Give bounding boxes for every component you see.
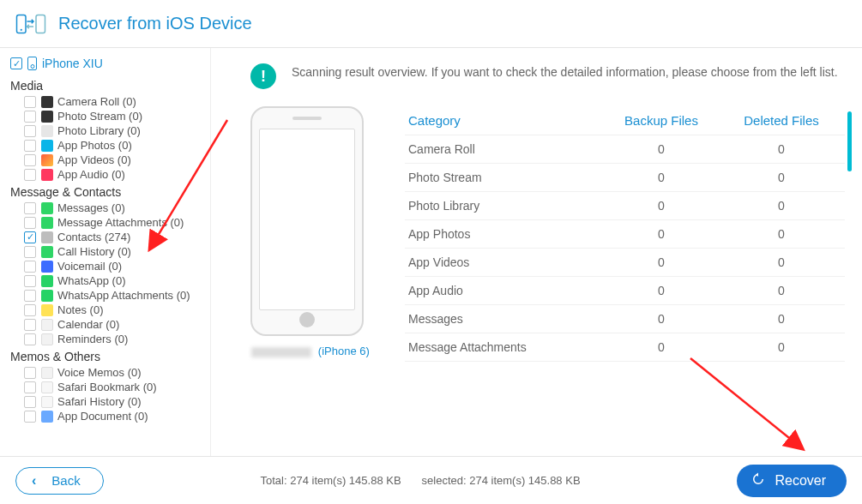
sidebar-item-notes[interactable]: Notes (0)	[10, 303, 205, 317]
col-category: Category	[408, 113, 601, 128]
item-checkbox[interactable]	[24, 367, 36, 379]
item-checkbox[interactable]	[24, 202, 36, 214]
item-checkbox[interactable]	[24, 261, 36, 273]
contacts-icon	[41, 231, 53, 243]
sidebar-item-appdoc[interactable]: App Document (0)	[10, 409, 205, 423]
cell: Photo Library	[408, 199, 601, 213]
cell: App Audio	[408, 284, 601, 297]
item-label: App Document (0)	[57, 410, 148, 423]
appphotos-icon	[41, 140, 53, 152]
item-label: WhatsApp (0)	[57, 274, 125, 287]
appdoc-icon	[41, 411, 53, 423]
camera-icon	[41, 96, 53, 108]
sidebar-item-appphotos[interactable]: App Photos (0)	[10, 138, 205, 153]
item-checkbox[interactable]	[24, 125, 36, 137]
item-checkbox[interactable]	[24, 111, 36, 123]
item-label: Reminders (0)	[57, 333, 128, 345]
item-checkbox[interactable]	[24, 290, 36, 302]
cell: 0	[601, 171, 721, 184]
phone-icon	[27, 57, 37, 70]
photostream-icon	[41, 111, 53, 123]
callhist-icon	[41, 246, 53, 258]
table-row[interactable]: Camera Roll00	[405, 135, 845, 164]
sidebar-item-voicemail[interactable]: Voicemail (0)	[10, 259, 205, 273]
sidebar-item-photolib[interactable]: Photo Library (0)	[10, 123, 205, 138]
table-row[interactable]: Photo Library00	[405, 192, 845, 220]
item-label: Contacts (274)	[57, 231, 130, 243]
item-label: Message Attachments (0)	[57, 216, 184, 229]
cell: Message Attachments	[408, 340, 601, 354]
sidebar-item-sbookmark[interactable]: Safari Bookmark (0)	[10, 380, 205, 394]
item-checkbox[interactable]	[24, 217, 36, 229]
table-row[interactable]: App Photos00	[405, 220, 845, 249]
section-title: Media	[10, 79, 205, 93]
main-area: iPhone XIU MediaCamera Roll (0)Photo Str…	[0, 48, 862, 456]
sidebar-item-camera[interactable]: Camera Roll (0)	[10, 94, 205, 109]
cell: 0	[721, 171, 841, 184]
cell: 0	[601, 227, 721, 241]
item-label: Call History (0)	[57, 245, 131, 258]
sidebar-item-msgattach[interactable]: Message Attachments (0)	[10, 215, 205, 230]
item-checkbox[interactable]	[24, 319, 36, 331]
sidebar-item-callhist[interactable]: Call History (0)	[10, 244, 205, 259]
item-label: WhatsApp Attachments (0)	[57, 289, 190, 302]
scrollbar-thumb[interactable]	[847, 111, 852, 171]
item-checkbox[interactable]	[24, 411, 36, 423]
item-label: Photo Library (0)	[57, 124, 141, 137]
item-label: Voicemail (0)	[57, 260, 122, 273]
sidebar-item-appvideos[interactable]: App Videos (0)	[10, 153, 205, 167]
shistory-icon	[41, 396, 53, 408]
cell: 0	[721, 255, 841, 269]
item-checkbox[interactable]	[24, 154, 36, 166]
refresh-icon	[750, 471, 766, 490]
app-header: Recover from iOS Device	[0, 0, 862, 48]
sidebar-item-messages[interactable]: Messages (0)	[10, 201, 205, 215]
phone-label: (iPhone 6)	[250, 345, 371, 357]
table-row[interactable]: App Audio00	[405, 277, 845, 305]
appaudio-icon	[41, 169, 53, 181]
notes-icon	[41, 304, 53, 316]
item-checkbox[interactable]	[24, 396, 36, 408]
sidebar-item-photostream[interactable]: Photo Stream (0)	[10, 109, 205, 123]
item-checkbox[interactable]	[24, 275, 36, 287]
sidebar-item-shistory[interactable]: Safari History (0)	[10, 394, 205, 409]
item-checkbox[interactable]	[24, 231, 36, 243]
table-header: Category Backup Files Deleted Files	[405, 106, 845, 135]
overview-row: ! Scanning result overview. If you want …	[250, 63, 845, 89]
item-label: Calendar (0)	[57, 318, 119, 331]
phone-name-blur	[251, 347, 311, 357]
item-checkbox[interactable]	[24, 304, 36, 316]
cell: Messages	[408, 312, 601, 326]
back-button[interactable]: ‹ Back	[15, 467, 104, 495]
item-checkbox[interactable]	[24, 96, 36, 108]
device-row[interactable]: iPhone XIU	[10, 55, 205, 75]
messages-icon	[41, 202, 53, 214]
cell: App Videos	[408, 255, 601, 269]
device-checkbox[interactable]	[10, 57, 22, 69]
sidebar-item-contacts[interactable]: Contacts (274)	[10, 230, 205, 244]
sidebar-item-calendar[interactable]: Calendar (0)	[10, 317, 205, 332]
item-label: Camera Roll (0)	[57, 95, 136, 108]
sidebar-item-appaudio[interactable]: App Audio (0)	[10, 167, 205, 182]
recover-button[interactable]: Recover	[737, 465, 847, 497]
item-label: Safari History (0)	[57, 395, 142, 408]
item-checkbox[interactable]	[24, 169, 36, 181]
table-row[interactable]: Message Attachments00	[405, 333, 845, 362]
sidebar-item-voicememos[interactable]: Voice Memos (0)	[10, 365, 205, 380]
msgattach-icon	[41, 217, 53, 229]
sidebar-item-whatsapp[interactable]: WhatsApp (0)	[10, 273, 205, 288]
section-title: Memos & Others	[10, 350, 205, 363]
table-row[interactable]: Messages00	[405, 305, 845, 333]
table-row[interactable]: App Videos00	[405, 249, 845, 277]
item-checkbox[interactable]	[24, 333, 36, 345]
item-checkbox[interactable]	[24, 381, 36, 393]
sidebar-item-reminders[interactable]: Reminders (0)	[10, 332, 205, 346]
item-checkbox[interactable]	[24, 246, 36, 258]
phone-screen	[259, 129, 355, 310]
photolib-icon	[41, 125, 53, 137]
table-row[interactable]: Photo Stream00	[405, 164, 845, 192]
item-checkbox[interactable]	[24, 140, 36, 152]
device-name: iPhone XIU	[42, 57, 103, 70]
cell: Photo Stream	[408, 171, 601, 184]
sidebar-item-waattach[interactable]: WhatsApp Attachments (0)	[10, 288, 205, 303]
